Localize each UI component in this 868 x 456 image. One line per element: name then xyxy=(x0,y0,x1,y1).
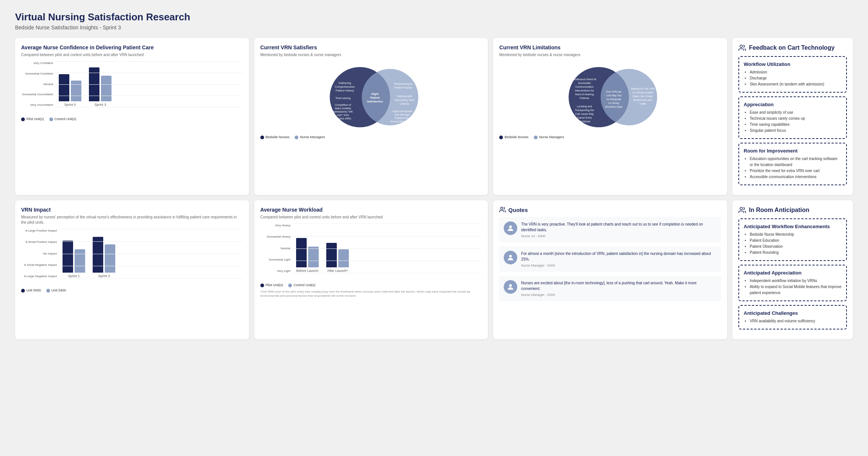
svg-text:Workflow Days: Workflow Days xyxy=(605,105,623,108)
wl-y4: Somewhat Light xyxy=(260,258,292,261)
svg-text:Time-saving: Time-saving xyxy=(335,96,351,100)
svg-text:Completion of: Completion of xyxy=(335,104,351,107)
satisfiers-title: Current VRN Satisfiers xyxy=(260,44,482,51)
impact-y5: A Large Negative Impact xyxy=(21,275,59,278)
feedback-icon xyxy=(738,44,746,52)
impact-bar-s3-light xyxy=(105,244,115,273)
impact-legend: Unit 5500 Unit 5400 xyxy=(21,288,243,293)
y-label-5: Very Unconfident xyxy=(21,103,55,107)
workflow-util-title: Workflow Utilization xyxy=(744,61,842,67)
imp-item-3: Accessible communication interventions xyxy=(750,174,842,180)
we-item-3: Patient Observation xyxy=(750,244,842,250)
svg-text:Patient History: Patient History xyxy=(336,89,354,92)
wl-y3: Neutral xyxy=(260,247,292,250)
workflow-util-list: Admission Discharge Skin Assessment (in … xyxy=(744,69,842,87)
svg-text:Relationships: Relationships xyxy=(394,117,411,120)
wl-y5: Very Light xyxy=(260,269,292,273)
svg-text:Gathering: Gathering xyxy=(339,81,351,85)
quote-text-3: Nurses are excited about [the in-room te… xyxy=(521,280,717,291)
app-item-4: Singular patient focus xyxy=(750,128,842,134)
legend-unit5400: Unit 5400 xyxy=(46,288,66,293)
inroom-title: In Room Anticipation xyxy=(749,207,809,214)
quote-item-3: Nurses are excited about [the in-room te… xyxy=(499,276,721,301)
wu-item-1: Admission xyxy=(750,69,842,75)
legend-control: Control Unit(s) xyxy=(49,117,76,121)
impact-bar-s1-light xyxy=(75,249,85,273)
workflow-enhance-list: Bedside Nurse Mentorship Patient Educati… xyxy=(744,232,842,256)
page-subtitle: Bedside Nurse Satisfaction Insights - Sp… xyxy=(15,24,853,31)
wl-bar-before-dark xyxy=(296,238,307,267)
workload-subtitle: Compared between pilot and control units… xyxy=(260,215,482,220)
imp-item-2: Prioritize the need for extra VRN over c… xyxy=(750,168,842,174)
svg-text:Locating and: Locating and xyxy=(577,105,592,108)
bar-label-s0: Sprint 0 xyxy=(64,103,76,107)
wu-item-3: Skin Assessment (in tandem with admissio… xyxy=(750,81,842,87)
svg-text:Unit May Not: Unit May Not xyxy=(606,94,622,97)
quote-text-1: The VRN is very proactive. They'll look … xyxy=(521,221,717,233)
legend-managers-lim: Nurse Managers xyxy=(534,135,564,139)
svg-text:Responding to: Responding to xyxy=(394,82,412,85)
confidence-title: Average Nurse Confidence in Delivering P… xyxy=(21,44,243,51)
svg-point-47 xyxy=(501,207,503,209)
workload-footnote: *Unit 5500 (one of the pilot units) was … xyxy=(260,290,482,298)
improvement-box: Room for Improvement Education opportuni… xyxy=(738,143,847,185)
wl-y2: Somewhat Heavy xyxy=(260,235,292,238)
svg-text:Checks: Checks xyxy=(399,102,409,105)
wl-bar-after-light xyxy=(338,249,349,267)
wl-bar-label-before: Before Launch xyxy=(296,269,318,273)
svg-text:and Stronger: and Stronger xyxy=(395,113,410,116)
bar-s3-dark xyxy=(89,67,99,101)
workflow-enhance-title: Anticipated Workflow Enhancements xyxy=(744,224,842,229)
legend-bedside-lim: Bedside Nurses xyxy=(499,135,529,139)
limitations-venn: Continuous Need for Accessible Communica… xyxy=(499,61,721,131)
svg-text:Traffic: Traffic xyxy=(639,102,647,105)
svg-text:previous shifts.: previous shifts. xyxy=(334,117,352,120)
svg-text:Transporting the: Transporting the xyxy=(575,109,594,112)
svg-text:Cart cause May: Cart cause May xyxy=(575,113,594,116)
page-container: Virtual Nursing Satisfaction Research Be… xyxy=(0,0,868,456)
feedback-title: Feedback on Cart Technology xyxy=(749,44,834,51)
avatar-1 xyxy=(504,221,517,235)
svg-text:admissions) "left: admissions) "left xyxy=(333,110,352,113)
quotes-icon xyxy=(499,206,506,213)
appreciation-box: Appreciation Ease and simplicity of use … xyxy=(738,96,847,139)
legend-pilot: Pilot Unit(s) xyxy=(21,117,44,121)
wl-y1: Very Heavy xyxy=(260,224,292,227)
impact-y3: No Impact xyxy=(21,252,59,255)
improvement-list: Education opportunities on the cart trac… xyxy=(744,156,842,180)
limitations-card: Current VRN Limitations Mentioned by bed… xyxy=(493,38,727,195)
bar-s3-light xyxy=(101,76,112,101)
page-title: Virtual Nursing Satisfaction Research xyxy=(15,11,853,23)
anticipated-appreciation-box: Anticipated Appreciation Independent wor… xyxy=(738,265,847,301)
confidence-legend: Pilot Unit(s) Control Unit(s) xyxy=(21,117,243,121)
workflow-enhance-box: Anticipated Workflow Enhancements Bedsid… xyxy=(738,218,847,261)
we-item-1: Bedside Nurse Mentorship xyxy=(750,232,842,238)
svg-point-48 xyxy=(509,226,512,228)
impact-title: VRN Impact xyxy=(21,206,243,213)
svg-text:be Adequate: be Adequate xyxy=(607,98,621,101)
impact-card: VRN Impact Measured by nurses' perceptio… xyxy=(15,200,249,339)
imp-item-1: Education opportunities on the cart trac… xyxy=(750,156,842,168)
svg-text:One VRN per: One VRN per xyxy=(606,90,622,93)
satisfiers-venn: Gathering Comprehensive Patient History … xyxy=(260,61,482,131)
appreciation-title: Appreciation xyxy=(744,102,842,107)
svg-text:Cause Extra: Cause Extra xyxy=(577,116,592,119)
quote-attr-2: Nurse Manager - 5400 xyxy=(521,264,717,267)
inroom-header: In Room Anticipation xyxy=(738,206,847,214)
ac-item-1: VRN availability and volume sufficiency xyxy=(750,318,842,324)
legend-unit5500: Unit 5500 xyxy=(21,288,41,293)
we-item-2: Patient Education xyxy=(750,238,842,244)
inroom-icon xyxy=(738,206,746,214)
svg-point-46 xyxy=(740,45,743,48)
workload-card: Average Nurse Workload Compared between … xyxy=(254,200,488,339)
svg-text:on Heavy-Loaded: on Heavy-Loaded xyxy=(633,91,653,94)
satisfiers-legend: Bedside Nurses Nurse Managers xyxy=(260,135,482,139)
ant-appreciation-title: Anticipated Appreciation xyxy=(744,270,842,276)
impact-y1: A Large Positive Impact xyxy=(21,229,59,232)
svg-point-50 xyxy=(509,284,512,287)
appreciation-list: Ease and simplicity of use Technical iss… xyxy=(744,110,842,134)
improvement-title: Room for Improvement xyxy=(744,148,842,154)
svg-text:Communication: Communication xyxy=(575,85,594,88)
avatar-2 xyxy=(504,251,517,264)
svg-text:Comprehensive: Comprehensive xyxy=(335,85,355,88)
